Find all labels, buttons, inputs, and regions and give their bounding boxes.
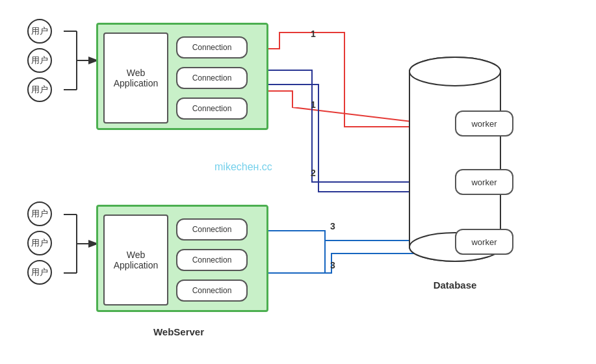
conn-top-2: Connection [176, 67, 248, 89]
user-top-1: 用户 [27, 19, 52, 44]
number-1-bot: 1 [311, 99, 316, 110]
webapp-box-top: Web Application [103, 32, 168, 124]
user-top-3: 用户 [27, 77, 52, 102]
svg-rect-18 [410, 72, 500, 247]
user-bot-2: 用户 [27, 231, 52, 255]
worker-1: worker [455, 110, 513, 136]
conn-top-1: Connection [176, 36, 248, 58]
worker-3: worker [455, 229, 513, 255]
number-2: 2 [311, 168, 316, 178]
conn-top-3: Connection [176, 98, 248, 120]
conn-bot-1: Connection [176, 218, 248, 240]
user-bot-3: 用户 [27, 260, 52, 285]
webserver-top: Web Application Connection Connection Co… [96, 23, 268, 130]
webserver-bottom: Web Application Connection Connection Co… [96, 205, 268, 312]
user-bot-1: 用户 [27, 202, 52, 226]
user-top-2: 用户 [27, 48, 52, 73]
watermark: mikechен.cc [214, 161, 272, 173]
conn-bot-3: Connection [176, 280, 248, 302]
webserver-label: WebServer [120, 326, 237, 337]
diagram: 用户 用户 用户 Web Application Connection Conn… [0, 0, 596, 364]
svg-point-22 [409, 57, 500, 86]
database-label: Database [413, 280, 497, 291]
number-1-top: 1 [311, 29, 316, 39]
number-3-top: 3 [330, 221, 335, 231]
number-3-bot: 3 [330, 260, 335, 270]
worker-2: worker [455, 169, 513, 195]
webapp-box-bottom: Web Application [103, 214, 168, 306]
conn-bot-2: Connection [176, 249, 248, 271]
